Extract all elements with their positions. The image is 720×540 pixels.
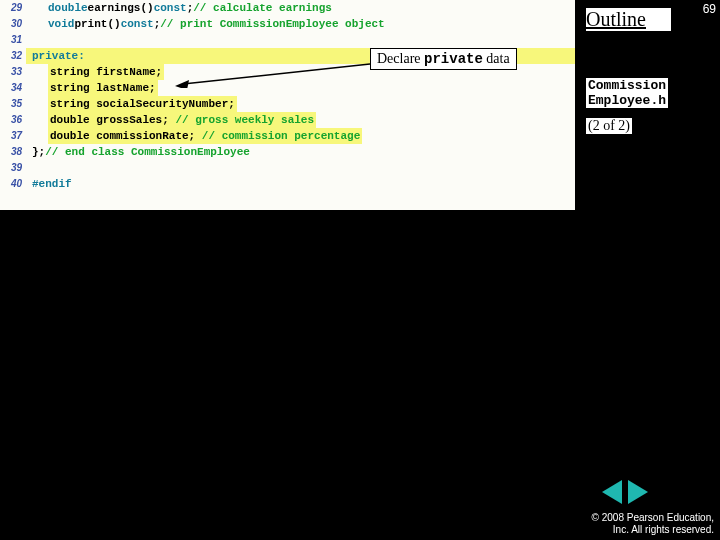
line-number: 33 — [0, 64, 26, 80]
line-number: 35 — [0, 96, 26, 112]
code-text: print() — [74, 16, 120, 32]
page-of-label: (2 of 2) — [586, 118, 632, 134]
preprocessor: #endif — [32, 176, 72, 192]
highlight-text: double commissionRate; // commission per… — [48, 128, 362, 144]
highlight-text: double grossSales; // gross weekly sales — [48, 112, 316, 128]
code-line: 34 string lastName; — [0, 80, 575, 96]
line-number: 38 — [0, 144, 26, 160]
comment: // calculate earnings — [193, 0, 332, 16]
code-line: 36 double grossSales; // gross weekly sa… — [0, 112, 575, 128]
callout-keyword: private — [424, 51, 483, 67]
line-number: 29 — [0, 0, 26, 16]
page-number: 69 — [703, 2, 716, 16]
comment: // end class CommissionEmployee — [45, 144, 250, 160]
code-listing: 29 double earnings() const; // calculate… — [0, 0, 575, 210]
code-text: }; — [32, 144, 45, 160]
keyword: double — [48, 0, 88, 16]
line-number: 34 — [0, 80, 26, 96]
code-text: ; — [187, 0, 194, 16]
line-number: 36 — [0, 112, 26, 128]
code-line: 29 double earnings() const; // calculate… — [0, 0, 575, 16]
highlight-text: string socialSecurityNumber; — [48, 96, 237, 112]
callout-prefix: Declare — [377, 51, 424, 66]
line-number: 31 — [0, 32, 26, 48]
keyword: void — [48, 16, 74, 32]
code-line: 31 — [0, 32, 575, 48]
code-line: 30 void print() const; // print Commissi… — [0, 16, 575, 32]
code-line: 39 — [0, 160, 575, 176]
copyright-text: © 2008 Pearson Education,Inc. All rights… — [592, 512, 714, 536]
keyword: const — [121, 16, 154, 32]
line-number: 39 — [0, 160, 26, 176]
code-text: earnings() — [88, 0, 154, 16]
file-name-label: CommissionEmployee.h — [586, 78, 668, 108]
keyword: const — [154, 0, 187, 16]
code-line: 35 string socialSecurityNumber; — [0, 96, 575, 112]
next-slide-button[interactable] — [628, 480, 648, 504]
highlight-text: string lastName; — [48, 80, 158, 96]
code-text: ; — [154, 16, 161, 32]
line-number: 37 — [0, 128, 26, 144]
highlight-text: string firstName; — [48, 64, 164, 80]
code-line: 38 }; // end class CommissionEmployee — [0, 144, 575, 160]
line-number: 32 — [0, 48, 26, 64]
line-number: 40 — [0, 176, 26, 192]
nav-controls — [602, 480, 648, 504]
keyword: private: — [32, 48, 85, 64]
prev-slide-button[interactable] — [602, 480, 622, 504]
callout-suffix: data — [483, 51, 510, 66]
code-line: 37 double commissionRate; // commission … — [0, 128, 575, 144]
code-line: 40 #endif — [0, 176, 575, 192]
annotation-callout: Declare private data — [370, 48, 517, 70]
line-number: 30 — [0, 16, 26, 32]
outline-heading: Outline — [586, 8, 671, 31]
comment: // print CommissionEmployee object — [160, 16, 384, 32]
